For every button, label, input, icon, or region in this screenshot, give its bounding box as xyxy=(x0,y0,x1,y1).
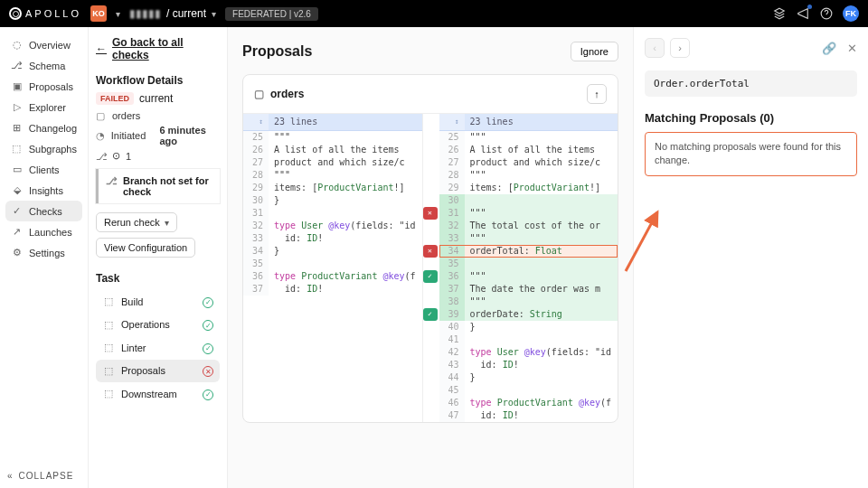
diff-line[interactable]: 32The total cost of the or xyxy=(439,220,618,232)
diff-line[interactable]: 35 xyxy=(243,258,422,270)
task-downstream[interactable]: ⬚Downstream✓ xyxy=(96,382,220,406)
status-ok-icon: ✓ xyxy=(203,343,213,354)
diff-line[interactable]: 47 id: ID! xyxy=(439,409,618,422)
line-number: 34 xyxy=(243,245,269,258)
line-number: 42 xyxy=(439,346,465,359)
line-number: 47 xyxy=(439,409,465,422)
diff-line[interactable]: 37The date the order was m xyxy=(439,283,618,296)
diff-line[interactable]: 46type ProductVariant @key(f xyxy=(439,397,618,409)
sidebar-item-changelog[interactable]: ⊞Changelog xyxy=(5,117,82,138)
sidebar-item-explorer[interactable]: ▷Explorer xyxy=(5,97,82,117)
close-icon[interactable]: ✕ xyxy=(847,42,857,55)
hunk-label: 23 lines xyxy=(465,114,618,130)
rocket-icon: ↗ xyxy=(11,226,23,238)
line-number: 40 xyxy=(439,321,465,333)
org-badge[interactable]: KO xyxy=(90,5,107,22)
logo[interactable]: APOLLO xyxy=(9,7,81,20)
announcement-icon[interactable] xyxy=(796,6,810,21)
gauge-icon: ◌ xyxy=(11,39,23,51)
code: A list of all the items xyxy=(269,144,422,156)
diff-line[interactable]: 32type User @key(fields: "id xyxy=(243,220,422,232)
task-label: Proposals xyxy=(121,365,165,376)
diff-line[interactable]: 33""" xyxy=(439,232,618,245)
expand-icon[interactable]: ↕ xyxy=(439,114,465,130)
diff-line[interactable]: 45 xyxy=(439,384,618,397)
diff-line[interactable]: 31 xyxy=(243,207,422,220)
diff-line[interactable]: ✕31""" xyxy=(439,207,618,220)
diff-accept-icon[interactable]: ✓ xyxy=(423,308,438,321)
sidebar-item-proposals[interactable]: ▣Proposals xyxy=(5,76,82,97)
link-icon[interactable]: 🔗 xyxy=(822,42,836,55)
stack-icon[interactable] xyxy=(772,6,787,21)
clients-icon: ▭ xyxy=(11,164,23,175)
sidebar-item-schema[interactable]: ⎇Schema xyxy=(5,55,82,76)
scroll-top-button[interactable]: ↑ xyxy=(587,84,607,104)
diff-line[interactable]: 37 id: ID! xyxy=(243,283,422,296)
diff-reject-icon[interactable]: ✕ xyxy=(423,207,438,220)
next-button[interactable]: › xyxy=(670,38,690,58)
diff-line[interactable]: 30} xyxy=(243,194,422,207)
sidebar-item-overview[interactable]: ◌Overview xyxy=(5,34,82,55)
diff-line[interactable]: 26A list of all the items xyxy=(439,144,618,156)
diff-line[interactable]: 44} xyxy=(439,371,618,384)
chevron-down-icon[interactable]: ▾ xyxy=(116,9,120,19)
view-configuration-button[interactable]: View Configuration xyxy=(96,238,195,258)
diff-line[interactable]: 25""" xyxy=(243,131,422,144)
diff-line[interactable]: 29items: [ProductVariant!] xyxy=(439,182,618,194)
sidebar-item-insights[interactable]: ⬙Insights xyxy=(5,180,82,201)
task-build[interactable]: ⬚Build✓ xyxy=(96,290,220,314)
gear-icon: ⚙ xyxy=(11,247,23,258)
diff-line[interactable]: 43 id: ID! xyxy=(439,359,618,371)
collapse-button[interactable]: « COLLAPSE xyxy=(7,471,80,481)
sidebar-item-subgraphs[interactable]: ⬚Subgraphs xyxy=(5,138,82,159)
task-label: Linter xyxy=(121,343,146,353)
diff-line[interactable]: 27product and which size/c xyxy=(439,156,618,169)
diff-line[interactable]: 28""" xyxy=(439,169,618,182)
diff-line[interactable]: 29items: [ProductVariant!] xyxy=(243,182,422,194)
avatar[interactable]: FK xyxy=(843,5,859,22)
diff-reject-icon[interactable]: ✕ xyxy=(423,245,438,258)
expand-icon[interactable]: ↕ xyxy=(243,114,269,130)
diff-line[interactable]: 26A list of all the items xyxy=(243,144,422,156)
collapse-label: COLLAPSE xyxy=(19,471,74,481)
diff-line[interactable]: 34} xyxy=(243,245,422,258)
rerun-label: Rerun check xyxy=(104,217,160,228)
diff-line[interactable]: 36type ProductVariant @key(f xyxy=(243,270,422,283)
code: id: ID! xyxy=(269,232,422,245)
diff-line[interactable]: 40} xyxy=(439,321,618,333)
branch-note: ⎇Branch not set for check xyxy=(96,169,220,203)
workflow-heading: Workflow Details xyxy=(96,74,220,87)
primary-sidenav: ◌Overview⎇Schema▣Proposals▷Explorer⊞Chan… xyxy=(0,27,89,488)
diff-line[interactable]: 33 id: ID! xyxy=(243,232,422,245)
task-operations[interactable]: ⬚Operations✓ xyxy=(96,314,220,337)
workflow-panel: ← Go back to all checks Workflow Details… xyxy=(89,27,228,488)
federation-pill: FEDERATED | v2.6 xyxy=(225,7,318,21)
sidebar-item-clients[interactable]: ▭Clients xyxy=(5,159,82,180)
diff-line[interactable]: ✓36""" xyxy=(439,270,618,283)
diff-line[interactable]: ✕34orderTotal: Float xyxy=(439,245,618,258)
diff-line[interactable]: 28""" xyxy=(243,169,422,182)
chevron-down-icon[interactable]: ▾ xyxy=(212,9,216,19)
diff-line[interactable]: 27product and which size/c xyxy=(243,156,422,169)
ignore-button[interactable]: Ignore xyxy=(571,42,618,61)
task-proposals[interactable]: ⬚Proposals✕ xyxy=(96,360,220,383)
diff-line[interactable]: 25""" xyxy=(439,131,618,144)
diff-line[interactable]: 38""" xyxy=(439,296,618,308)
diff-accept-icon[interactable]: ✓ xyxy=(423,270,438,283)
task-linter[interactable]: ⬚Linter✓ xyxy=(96,336,220,360)
diff-line[interactable]: 35 xyxy=(439,258,618,270)
breadcrumb[interactable]: ▮▮▮▮▮ / current ▾ xyxy=(129,7,216,20)
diff-line[interactable]: 41 xyxy=(439,333,618,346)
back-link[interactable]: ← Go back to all checks xyxy=(96,36,220,61)
diff-line[interactable]: 30 xyxy=(439,194,618,207)
code xyxy=(465,333,618,346)
diff-line[interactable]: 42type User @key(fields: "id xyxy=(439,346,618,359)
rerun-check-button[interactable]: Rerun check▾ xyxy=(96,212,177,232)
arrow-left-icon: ← xyxy=(96,42,107,55)
sidebar-item-settings[interactable]: ⚙Settings xyxy=(5,242,82,263)
code: """ xyxy=(269,131,422,144)
sidebar-item-launches[interactable]: ↗Launches xyxy=(5,221,82,242)
diff-line[interactable]: ✓39orderDate: String xyxy=(439,308,618,321)
sidebar-item-checks[interactable]: ✓Checks xyxy=(5,201,82,221)
help-icon[interactable] xyxy=(819,6,834,21)
